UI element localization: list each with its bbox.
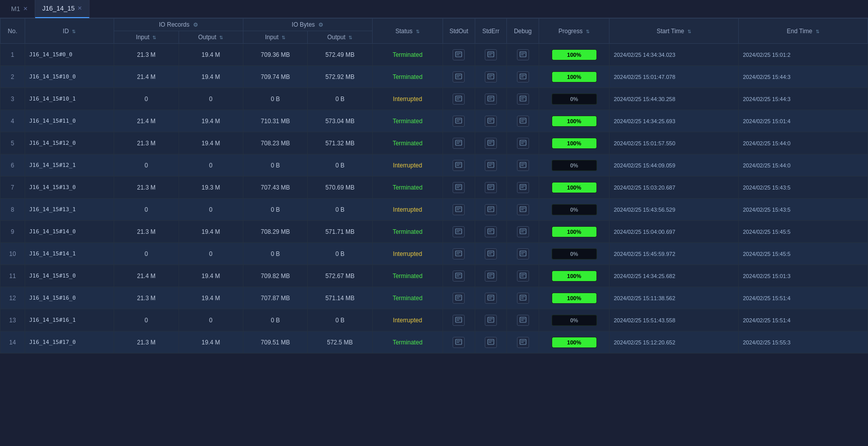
stderr-icon-btn[interactable] (485, 182, 497, 193)
io-bytes-output-sort-icon[interactable]: ⇅ (349, 35, 353, 40)
io-rec-input-sort-icon[interactable]: ⇅ (152, 35, 156, 40)
cell-stdout[interactable] (443, 88, 475, 110)
cell-stderr[interactable] (475, 243, 507, 265)
cell-debug[interactable] (507, 287, 539, 309)
progress-sort-icon[interactable]: ⇅ (586, 29, 590, 34)
cell-stderr[interactable] (475, 88, 507, 110)
debug-icon-btn[interactable] (517, 71, 529, 82)
tab-j16[interactable]: J16_14_15 ✕ (35, 0, 90, 18)
stdout-icon-btn[interactable] (453, 71, 465, 82)
stderr-icon-btn[interactable] (485, 248, 497, 259)
th-end-time[interactable]: End Time ⇅ (739, 19, 868, 44)
cell-stdout[interactable] (443, 243, 475, 265)
cell-debug[interactable] (507, 44, 539, 66)
cell-stdout[interactable] (443, 331, 475, 353)
stdout-icon-btn[interactable] (453, 49, 465, 60)
stdout-icon-btn[interactable] (453, 226, 465, 237)
cell-stdout[interactable] (443, 265, 475, 287)
debug-icon-btn[interactable] (517, 94, 529, 105)
cell-debug[interactable] (507, 88, 539, 110)
cell-debug[interactable] (507, 243, 539, 265)
stderr-icon-btn[interactable] (485, 160, 497, 171)
cell-stdout[interactable] (443, 132, 475, 154)
debug-icon-btn[interactable] (517, 182, 529, 193)
th-io-rec-output[interactable]: Output ⇅ (179, 31, 243, 44)
stderr-icon-btn[interactable] (485, 315, 497, 326)
table-row[interactable]: 14 J16_14_15#17_0 21.3 M 19.4 M 709.51 M… (1, 331, 868, 353)
cell-stderr[interactable] (475, 176, 507, 199)
debug-icon-btn[interactable] (517, 315, 529, 326)
table-row[interactable]: 13 J16_14_15#16_1 0 0 0 B 0 B Interrupte… (1, 309, 868, 331)
debug-icon-btn[interactable] (517, 160, 529, 171)
debug-icon-btn[interactable] (517, 49, 529, 60)
th-io-bytes-output[interactable]: Output ⇅ (308, 31, 372, 44)
cell-stdout[interactable] (443, 199, 475, 221)
stderr-icon-btn[interactable] (485, 138, 497, 149)
table-row[interactable]: 5 J16_14_15#12_0 21.3 M 19.4 M 708.23 MB… (1, 132, 868, 154)
stdout-icon-btn[interactable] (453, 293, 465, 304)
cell-stderr[interactable] (475, 221, 507, 243)
cell-stdout[interactable] (443, 154, 475, 176)
cell-debug[interactable] (507, 265, 539, 287)
stdout-icon-btn[interactable] (453, 160, 465, 171)
cell-stderr[interactable] (475, 265, 507, 287)
stderr-icon-btn[interactable] (485, 204, 497, 215)
stderr-icon-btn[interactable] (485, 94, 497, 105)
table-container[interactable]: No. ID ⇅ IO Records ⚙ IO Bytes ⚙ Status (0, 18, 868, 446)
stderr-icon-btn[interactable] (485, 116, 497, 127)
stderr-icon-btn[interactable] (485, 71, 497, 82)
cell-debug[interactable] (507, 110, 539, 132)
tab-m1-close[interactable]: ✕ (23, 6, 28, 12)
stdout-icon-btn[interactable] (453, 337, 465, 348)
th-status[interactable]: Status ⇅ (372, 19, 443, 44)
table-row[interactable]: 2 J16_14_15#10_0 21.4 M 19.4 M 709.74 MB… (1, 66, 868, 88)
debug-icon-btn[interactable] (517, 337, 529, 348)
cell-stderr[interactable] (475, 309, 507, 331)
io-records-gear-icon[interactable]: ⚙ (193, 22, 198, 28)
cell-stdout[interactable] (443, 110, 475, 132)
cell-debug[interactable] (507, 176, 539, 199)
cell-stdout[interactable] (443, 309, 475, 331)
cell-stdout[interactable] (443, 66, 475, 88)
debug-icon-btn[interactable] (517, 248, 529, 259)
table-row[interactable]: 3 J16_14_15#10_1 0 0 0 B 0 B Interrupted (1, 88, 868, 110)
stdout-icon-btn[interactable] (453, 138, 465, 149)
stdout-icon-btn[interactable] (453, 94, 465, 105)
cell-stderr[interactable] (475, 287, 507, 309)
cell-debug[interactable] (507, 132, 539, 154)
table-row[interactable]: 10 J16_14_15#14_1 0 0 0 B 0 B Interrupte… (1, 243, 868, 265)
cell-debug[interactable] (507, 331, 539, 353)
th-id[interactable]: ID ⇅ (25, 19, 114, 44)
stdout-icon-btn[interactable] (453, 271, 465, 282)
debug-icon-btn[interactable] (517, 204, 529, 215)
stdout-icon-btn[interactable] (453, 204, 465, 215)
debug-icon-btn[interactable] (517, 116, 529, 127)
table-row[interactable]: 4 J16_14_15#11_0 21.4 M 19.4 M 710.31 MB… (1, 110, 868, 132)
cell-debug[interactable] (507, 199, 539, 221)
stderr-icon-btn[interactable] (485, 337, 497, 348)
endtime-sort-icon[interactable]: ⇅ (816, 29, 820, 34)
cell-debug[interactable] (507, 66, 539, 88)
stderr-icon-btn[interactable] (485, 293, 497, 304)
stdout-icon-btn[interactable] (453, 182, 465, 193)
stderr-icon-btn[interactable] (485, 226, 497, 237)
cell-stdout[interactable] (443, 221, 475, 243)
table-row[interactable]: 8 J16_14_15#13_1 0 0 0 B 0 B Interrupted (1, 199, 868, 221)
cell-debug[interactable] (507, 309, 539, 331)
stdout-icon-btn[interactable] (453, 116, 465, 127)
table-row[interactable]: 7 J16_14_15#13_0 21.3 M 19.3 M 707.43 MB… (1, 176, 868, 199)
cell-stderr[interactable] (475, 331, 507, 353)
th-progress[interactable]: Progress ⇅ (539, 19, 610, 44)
th-io-bytes-input[interactable]: Input ⇅ (243, 31, 307, 44)
cell-stderr[interactable] (475, 132, 507, 154)
stdout-icon-btn[interactable] (453, 315, 465, 326)
io-bytes-gear-icon[interactable]: ⚙ (318, 22, 323, 28)
cell-stderr[interactable] (475, 154, 507, 176)
debug-icon-btn[interactable] (517, 226, 529, 237)
cell-stdout[interactable] (443, 44, 475, 66)
table-row[interactable]: 9 J16_14_15#14_0 21.3 M 19.4 M 708.29 MB… (1, 221, 868, 243)
stderr-icon-btn[interactable] (485, 49, 497, 60)
starttime-sort-icon[interactable]: ⇅ (687, 29, 691, 34)
table-row[interactable]: 11 J16_14_15#15_0 21.4 M 19.4 M 709.82 M… (1, 265, 868, 287)
debug-icon-btn[interactable] (517, 271, 529, 282)
